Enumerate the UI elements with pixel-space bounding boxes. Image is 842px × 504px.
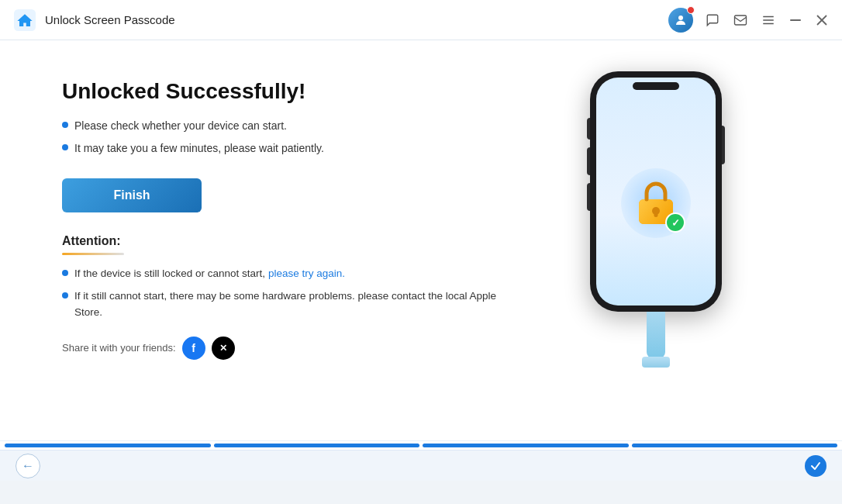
footer-row: ← [0,450,842,481]
bullet-dot-1 [62,122,68,128]
title-bar-left: Unlock Screen Passcode [12,8,668,33]
right-panel: ✓ [516,71,795,369]
facebook-icon: f [192,342,195,354]
menu-icon[interactable] [760,12,777,29]
back-button[interactable]: ← [16,454,40,478]
usb-cable [647,312,665,358]
facebook-share-button[interactable]: f [182,337,205,360]
usb-plug [642,357,670,368]
attention-text-2: If it still cannot start, there may be s… [74,288,516,321]
bullet-text-2: It may take you a few minutes, please wa… [74,140,324,157]
main-content: Unlocked Successfully! Please check whet… [0,40,842,440]
attention-bullets: If the device is still locked or cannot … [62,266,516,321]
minimize-button[interactable] [788,12,803,28]
progress-seg-4 [632,444,838,447]
attention-dot-1 [62,270,68,276]
svg-rect-12 [654,211,658,217]
progress-seg-2 [214,444,420,447]
success-title: Unlocked Successfully! [62,79,516,104]
share-label: Share it with your friends: [62,342,176,354]
attention-underline [62,253,124,255]
attention-dot-2 [62,292,68,299]
info-bullets: Please check whether your device can sta… [62,118,516,157]
svg-rect-6 [790,19,801,21]
left-panel: Unlocked Successfully! Please check whet… [62,71,516,360]
phone-volume-up-button [587,147,590,175]
svg-rect-2 [735,16,747,25]
bullet-text-1: Please check whether your device can sta… [74,118,287,134]
usb-cable-wrap [578,312,733,369]
attention-item-1: If the device is still locked or cannot … [62,266,516,282]
home-icon[interactable] [12,8,37,33]
check-mark: ✓ [671,218,680,228]
svg-point-1 [678,16,683,20]
title-bar-right [668,8,830,33]
bullet-item-1: Please check whether your device can sta… [62,118,516,134]
done-badge [805,455,826,477]
bullet-dot-2 [62,144,68,150]
phone-volume-down-button [587,183,590,211]
title-bar: Unlock Screen Passcode [0,0,842,40]
success-check-badge: ✓ [665,212,685,233]
close-button[interactable] [814,12,830,28]
notification-badge [687,6,695,14]
finish-button[interactable]: Finish [62,178,202,212]
progress-seg-3 [423,444,629,447]
try-again-link[interactable]: please try again. [268,268,345,279]
attention-text-1: If the device is still locked or cannot … [74,266,345,282]
mail-icon[interactable] [732,12,749,29]
phone-screen: ✓ [596,78,716,306]
done-indicator [795,455,826,477]
window-title: Unlock Screen Passcode [45,13,175,26]
attention-heading: Attention: [62,234,516,248]
phone-notch [633,82,679,90]
share-area: Share it with your friends: f ✕ [62,337,516,360]
bullet-item-2: It may take you a few minutes, please wa… [62,140,516,157]
progress-bar-area [0,440,842,450]
avatar[interactable] [668,8,693,33]
chat-icon[interactable] [704,12,721,29]
progress-seg-1 [5,444,211,447]
phone-illustration: ✓ [578,71,733,369]
twitter-share-button[interactable]: ✕ [212,337,235,360]
attention-item-2: If it still cannot start, there may be s… [62,288,516,321]
lock-success-icon: ✓ [625,172,687,234]
x-icon: ✕ [219,343,227,354]
phone-mute-button [587,118,590,140]
phone-body: ✓ [590,71,722,312]
phone-power-button [722,126,725,164]
